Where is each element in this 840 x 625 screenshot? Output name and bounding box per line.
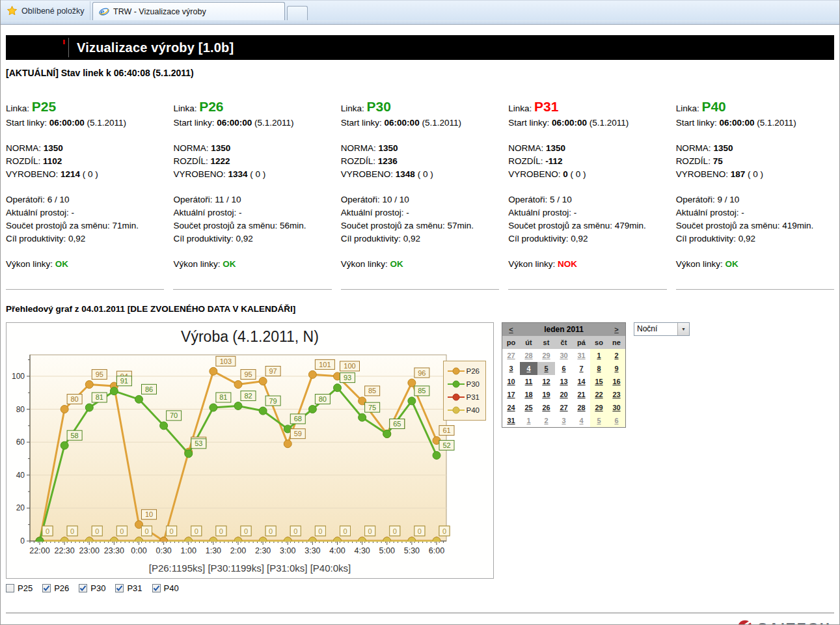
calendar-day[interactable]: 1 xyxy=(520,414,537,428)
calendar-day[interactable]: 5 xyxy=(537,362,555,375)
header-red-tick xyxy=(63,40,65,44)
svg-text:80: 80 xyxy=(319,395,327,403)
calendar-next-button[interactable]: > xyxy=(608,322,626,336)
calendar: <leden 2011>poútstčtpásone27282930311234… xyxy=(502,322,626,428)
calendar-day[interactable]: 24 xyxy=(502,401,521,414)
calendar-day[interactable]: 15 xyxy=(590,375,608,388)
soucet-row: Součet prostojů za směnu: 57min. xyxy=(341,219,499,232)
calendar-day-name: pá xyxy=(573,336,590,349)
calendar-day[interactable]: 1 xyxy=(590,349,608,362)
chart-panel: Výroba (4.1.2011, N) 02040608010022:0022… xyxy=(6,322,494,579)
calendar-day[interactable]: 20 xyxy=(555,388,573,401)
calendar-day[interactable]: 27 xyxy=(555,401,573,414)
svg-text:22:30: 22:30 xyxy=(54,546,74,555)
svg-text:0: 0 xyxy=(95,527,99,535)
calendar-day[interactable]: 30 xyxy=(608,401,626,414)
favorites-button[interactable]: Oblíbené položky xyxy=(1,1,90,20)
new-tab-button[interactable] xyxy=(287,6,308,20)
calendar-day[interactable]: 21 xyxy=(573,388,590,401)
operatori-row: Operátoři: 10 / 10 xyxy=(341,193,499,206)
line-status-card-p31: Linka: P31Start linky: 06:00:00 (5.1.201… xyxy=(508,96,666,290)
browser-tab[interactable]: e TRW - Vizualizace výroby xyxy=(92,2,285,20)
svg-text:53: 53 xyxy=(195,439,202,447)
linka-row: Linka: P40 xyxy=(676,96,834,117)
calendar-day[interactable]: 29 xyxy=(590,401,608,414)
calendar-day[interactable]: 9 xyxy=(608,362,626,375)
calendar-day[interactable]: 6 xyxy=(608,414,626,428)
calendar-prev-button[interactable]: < xyxy=(502,322,521,336)
shift-select[interactable]: Noční ▼ xyxy=(634,322,690,336)
calendar-day[interactable]: 3 xyxy=(555,414,573,428)
saitech-logo-text: SAITECH xyxy=(758,620,832,625)
calendar-day[interactable]: 2 xyxy=(537,414,555,428)
calendar-day[interactable]: 3 xyxy=(502,362,521,375)
svg-text:1:30: 1:30 xyxy=(206,546,221,555)
calendar-day[interactable]: 7 xyxy=(573,362,590,375)
cil-row: Cíl produktivity: 0,92 xyxy=(508,232,666,245)
line-status-card-p26: Linka: P26Start linky: 06:00:00 (5.1.201… xyxy=(173,96,331,290)
calendar-day[interactable]: 18 xyxy=(520,388,537,401)
svg-text:60: 60 xyxy=(16,438,25,447)
calendar-day[interactable]: 30 xyxy=(555,349,573,362)
calendar-day[interactable]: 27 xyxy=(502,349,521,362)
svg-text:4:30: 4:30 xyxy=(354,546,370,555)
calendar-day[interactable]: 22 xyxy=(590,388,608,401)
calendar-day[interactable]: 29 xyxy=(537,349,555,362)
calendar-day[interactable]: 11 xyxy=(520,375,537,388)
svg-text:23:00: 23:00 xyxy=(79,546,100,555)
series-checkbox-p30[interactable]: P30 xyxy=(79,583,105,593)
calendar-day[interactable]: 8 xyxy=(590,362,608,375)
chart-title: Výroba (4.1.2011, N) xyxy=(7,323,493,347)
shift-select-value: Noční xyxy=(634,324,677,333)
calendar-day[interactable]: 6 xyxy=(555,362,573,375)
series-checkbox-p25[interactable]: P25 xyxy=(6,583,33,593)
checkbox-checked-icon xyxy=(152,584,161,592)
calendar-day[interactable]: 12 xyxy=(537,375,555,388)
start-row: Start linky: 06:00:00 (5.1.2011) xyxy=(341,117,499,130)
calendar-day[interactable]: 10 xyxy=(502,375,521,388)
calendar-day[interactable]: 2 xyxy=(608,349,626,362)
norma-row: NORMA: 1350 xyxy=(341,142,499,155)
legend-item-p30: P30 xyxy=(448,378,480,391)
series-checkbox-p26[interactable]: P26 xyxy=(42,583,69,593)
calendar-day[interactable]: 16 xyxy=(608,375,626,388)
calendar-day[interactable]: 31 xyxy=(502,414,521,428)
start-row: Start linky: 06:00:00 (5.1.2011) xyxy=(6,117,164,130)
series-checkbox-p40[interactable]: P40 xyxy=(152,583,179,593)
calendar-day[interactable]: 5 xyxy=(590,414,608,428)
chevron-down-icon[interactable]: ▼ xyxy=(677,323,689,335)
calendar-day[interactable]: 4 xyxy=(573,414,590,428)
calendar-day[interactable]: 31 xyxy=(573,349,590,362)
svg-text:96: 96 xyxy=(418,368,426,376)
calendar-day[interactable]: 14 xyxy=(573,375,590,388)
svg-text:70: 70 xyxy=(170,411,178,419)
footer-divider xyxy=(6,613,834,613)
svg-text:0: 0 xyxy=(219,527,223,535)
svg-text:0: 0 xyxy=(195,527,198,535)
favorites-label: Oblíbené položky xyxy=(21,7,85,16)
series-checkbox-p31[interactable]: P31 xyxy=(115,583,142,593)
checkbox-checked-icon xyxy=(42,584,51,592)
svg-text:0: 0 xyxy=(170,527,174,535)
footer: SAITECH xyxy=(6,618,834,625)
calendar-day[interactable]: 17 xyxy=(502,388,521,401)
svg-text:20: 20 xyxy=(16,503,25,512)
svg-text:4:00: 4:00 xyxy=(329,546,345,555)
svg-text:101: 101 xyxy=(319,361,331,368)
calendar-day[interactable]: 25 xyxy=(520,401,537,414)
browser-tab-bar: Oblíbené položky e TRW - Vizualizace výr… xyxy=(1,0,839,20)
calendar-day[interactable]: 13 xyxy=(555,375,573,388)
operatori-row: Operátoři: 9 / 10 xyxy=(676,193,834,206)
svg-text:2:30: 2:30 xyxy=(255,546,271,555)
calendar-day[interactable]: 19 xyxy=(537,388,555,401)
operatori-row: Operátoři: 6 / 10 xyxy=(6,193,164,206)
calendar-day[interactable]: 28 xyxy=(573,401,590,414)
prostoj-row: Aktuální prostoj: - xyxy=(173,206,331,219)
vyrobeno-row: VYROBENO: 1214 ( 0 ) xyxy=(6,168,164,181)
calendar-day[interactable]: 26 xyxy=(537,401,555,414)
calendar-day[interactable]: 28 xyxy=(520,349,537,362)
svg-text:5:30: 5:30 xyxy=(404,546,420,555)
calendar-day[interactable]: 4 xyxy=(520,362,537,375)
norma-row: NORMA: 1350 xyxy=(508,142,666,155)
calendar-day[interactable]: 23 xyxy=(608,388,626,401)
